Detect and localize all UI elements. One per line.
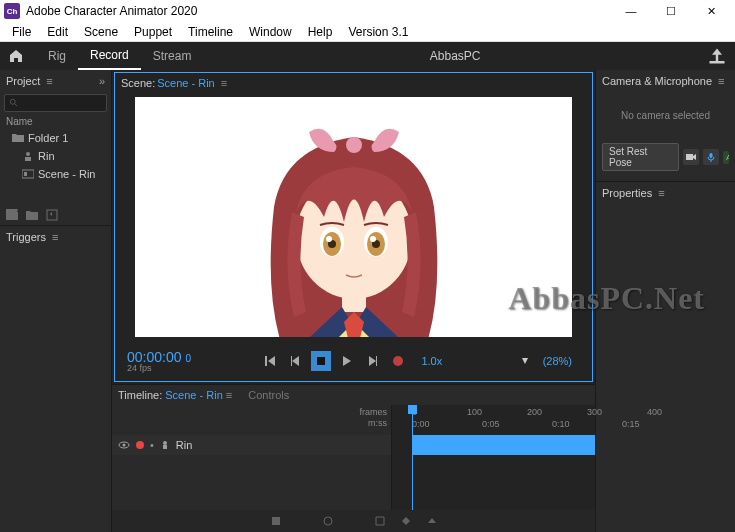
svg-rect-22 (272, 517, 280, 525)
left-sidebar: Project ≡ » Name Folder 1 Rin Sce (0, 70, 112, 532)
scene-viewport[interactable] (135, 97, 572, 337)
project-panel-title: Project (6, 75, 40, 87)
timeline-tracks[interactable]: 0 100 200 300 400 0:00 0:05 0:10 0:15 (392, 405, 595, 510)
triggers-menu-icon[interactable]: ≡ (52, 231, 58, 243)
menu-scene[interactable]: Scene (76, 25, 126, 39)
center-column: Scene: Scene - Rin ≡ (112, 70, 595, 532)
minimize-button[interactable]: — (611, 0, 651, 22)
record-button[interactable] (387, 350, 409, 372)
svg-point-2 (26, 152, 30, 156)
svg-rect-21 (163, 445, 167, 449)
svg-rect-5 (6, 212, 18, 220)
svg-point-15 (326, 236, 332, 242)
timecode[interactable]: 00:00:00 0 24 fps (127, 350, 191, 373)
step-forward-button[interactable] (361, 350, 383, 372)
playhead[interactable] (412, 405, 413, 510)
camera-toggle-button[interactable] (683, 149, 699, 165)
tool-icon[interactable] (322, 515, 334, 527)
svg-rect-3 (22, 170, 34, 178)
character-puppet (224, 117, 484, 337)
svg-point-16 (370, 236, 376, 242)
right-sidebar: Camera & Microphone ≡ No camera selected… (595, 70, 735, 532)
tool-icon[interactable] (348, 515, 360, 527)
camera-panel-title: Camera & Microphone (602, 75, 712, 87)
timeline-toolbar (112, 510, 595, 532)
audio-level-indicator: Audio Level Too Lo (723, 151, 729, 164)
svg-point-19 (123, 444, 126, 447)
timeline-tab[interactable]: Timeline: Scene - Rin ≡ (118, 389, 232, 401)
menu-puppet[interactable]: Puppet (126, 25, 180, 39)
zoom-level[interactable]: (28%) (543, 355, 572, 367)
app-icon: Ch (4, 3, 20, 19)
properties-menu-icon[interactable]: ≡ (658, 187, 664, 199)
scene-label: Scene: (121, 77, 155, 89)
clapper-icon[interactable] (6, 209, 18, 221)
play-button[interactable] (335, 350, 357, 372)
project-menu-icon[interactable]: ≡ (46, 75, 52, 87)
scene-icon (22, 169, 34, 179)
menu-timeline[interactable]: Timeline (180, 25, 241, 39)
camera-icon (686, 152, 696, 162)
project-panel-header: Project ≡ » (0, 70, 111, 92)
hand-tool-icon[interactable] (519, 355, 531, 367)
menu-help[interactable]: Help (300, 25, 341, 39)
timeline-track-list: frames m:ss • Rin (112, 405, 392, 510)
tab-rig[interactable]: Rig (36, 42, 78, 70)
import-icon[interactable] (46, 209, 58, 221)
track-row[interactable]: • Rin (112, 435, 391, 455)
tool-icon[interactable] (270, 515, 282, 527)
goto-start-button[interactable] (259, 350, 281, 372)
menu-edit[interactable]: Edit (39, 25, 76, 39)
window-title: Adobe Character Animator 2020 (26, 4, 611, 18)
camera-menu-icon[interactable]: ≡ (718, 75, 724, 87)
svg-rect-17 (342, 292, 366, 312)
project-item-scene[interactable]: Scene - Rin (0, 165, 111, 183)
tool-icon[interactable] (296, 515, 308, 527)
triggers-panel: Triggers ≡ (0, 225, 111, 532)
svg-rect-25 (710, 153, 713, 158)
camera-panel-header: Camera & Microphone ≡ (596, 70, 735, 92)
project-tree: Folder 1 Rin Scene - Rin (0, 129, 111, 183)
tab-record[interactable]: Record (78, 42, 141, 70)
playback-speed[interactable]: 1.0x (421, 355, 442, 367)
mic-toggle-button[interactable] (703, 149, 719, 165)
menu-file[interactable]: File (4, 25, 39, 39)
tab-stream[interactable]: Stream (141, 42, 204, 70)
track-name: Rin (176, 439, 193, 451)
set-rest-pose-button[interactable]: Set Rest Pose (602, 143, 679, 171)
project-expand-icon[interactable]: » (99, 75, 105, 87)
scene-menu-icon[interactable]: ≡ (221, 77, 227, 89)
timeline-clip[interactable] (412, 435, 595, 455)
timeline-panel: Timeline: Scene - Rin ≡ Controls frames … (112, 384, 595, 532)
step-back-button[interactable] (285, 350, 307, 372)
scene-name[interactable]: Scene - Rin (157, 77, 214, 89)
share-icon[interactable] (707, 46, 727, 66)
camera-empty-state: No camera selected (596, 92, 735, 139)
arm-record-icon[interactable] (136, 441, 144, 449)
tool-icon[interactable] (400, 515, 412, 527)
tool-icon[interactable] (374, 515, 386, 527)
close-button[interactable]: ✕ (691, 0, 731, 22)
triggers-title: Triggers (6, 231, 46, 243)
svg-point-20 (163, 441, 167, 445)
new-folder-icon[interactable] (26, 209, 38, 221)
project-search[interactable] (4, 94, 107, 112)
scene-panel: Scene: Scene - Rin ≡ (114, 72, 593, 382)
tool-icon[interactable] (426, 515, 438, 527)
project-item-puppet[interactable]: Rin (0, 147, 111, 165)
folder-icon (12, 133, 24, 143)
stop-button[interactable] (311, 351, 331, 371)
menubar: File Edit Scene Puppet Timeline Window H… (0, 22, 735, 42)
triggers-panel-header: Triggers ≡ (0, 226, 111, 248)
properties-title: Properties (602, 187, 652, 199)
maximize-button[interactable]: ☐ (651, 0, 691, 22)
svg-point-8 (346, 137, 362, 153)
controls-tab[interactable]: Controls (248, 389, 289, 401)
menu-version[interactable]: Version 3.1 (340, 25, 416, 39)
visibility-icon[interactable] (118, 439, 130, 451)
timeline-ruler[interactable]: 0 100 200 300 400 0:00 0:05 0:10 0:15 (392, 405, 595, 435)
home-icon[interactable] (8, 48, 24, 64)
project-item-folder[interactable]: Folder 1 (0, 129, 111, 147)
menu-window[interactable]: Window (241, 25, 300, 39)
svg-rect-24 (686, 154, 693, 160)
